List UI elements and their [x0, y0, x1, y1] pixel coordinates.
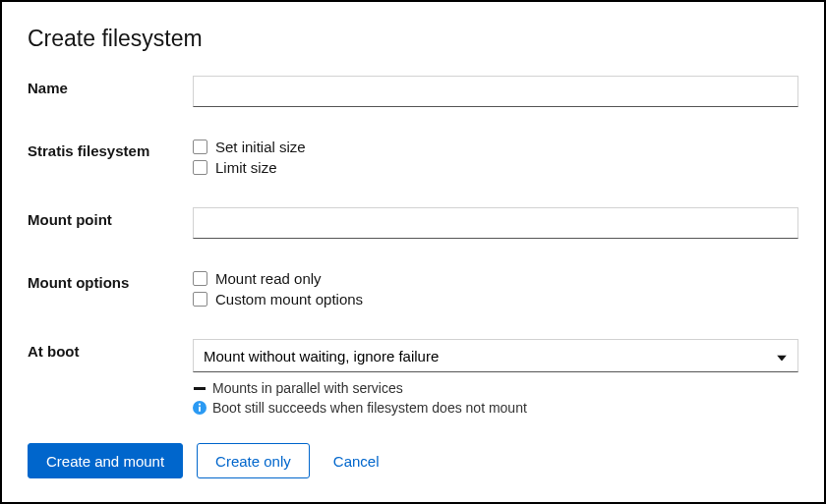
stratis-row: Stratis filesystem Set initial size Limi…	[28, 139, 798, 176]
create-only-button[interactable]: Create only	[197, 443, 310, 478]
mount-point-row: Mount point	[28, 207, 798, 239]
cancel-button[interactable]: Cancel	[324, 443, 389, 478]
set-initial-size-label[interactable]: Set initial size	[215, 139, 306, 155]
hint-parallel: Mounts in parallel with services	[193, 380, 798, 396]
svg-rect-0	[194, 387, 206, 390]
minus-icon	[193, 381, 206, 395]
at-boot-row: At boot Mount without waiting, ignore fa…	[28, 339, 798, 416]
hint-boot-succeeds-text: Boot still succeeds when filesystem does…	[212, 400, 527, 416]
mount-point-input[interactable]	[193, 207, 798, 239]
hint-parallel-text: Mounts in parallel with services	[212, 380, 403, 396]
name-row: Name	[28, 76, 798, 107]
svg-rect-2	[199, 407, 201, 412]
mount-read-only-checkbox[interactable]	[193, 271, 207, 286]
mount-read-only-label[interactable]: Mount read only	[215, 270, 322, 287]
hint-boot-succeeds: Boot still succeeds when filesystem does…	[193, 400, 798, 416]
dialog-actions: Create and mount Create only Cancel	[28, 443, 389, 478]
mount-read-only-option: Mount read only	[193, 270, 798, 287]
mount-options-label: Mount options	[28, 270, 193, 291]
custom-mount-options-label[interactable]: Custom mount options	[215, 291, 363, 308]
set-initial-size-option: Set initial size	[193, 139, 798, 155]
mount-options-row: Mount options Mount read only Custom mou…	[28, 270, 798, 308]
name-label: Name	[28, 76, 193, 96]
at-boot-label: At boot	[28, 339, 193, 360]
limit-size-checkbox[interactable]	[193, 160, 207, 175]
set-initial-size-checkbox[interactable]	[193, 140, 207, 154]
svg-point-3	[199, 404, 201, 406]
limit-size-label[interactable]: Limit size	[215, 159, 277, 176]
create-and-mount-button[interactable]: Create and mount	[28, 443, 183, 478]
name-input[interactable]	[193, 76, 798, 107]
info-icon	[193, 401, 206, 415]
create-filesystem-dialog: Create filesystem Name Stratis filesyste…	[0, 0, 826, 504]
custom-mount-options-option: Custom mount options	[193, 291, 798, 308]
mount-point-label: Mount point	[28, 207, 193, 228]
custom-mount-options-checkbox[interactable]	[193, 292, 207, 307]
stratis-label: Stratis filesystem	[28, 139, 193, 159]
dialog-title: Create filesystem	[28, 26, 798, 52]
at-boot-select[interactable]: Mount without waiting, ignore failure	[193, 339, 798, 372]
limit-size-option: Limit size	[193, 159, 798, 176]
